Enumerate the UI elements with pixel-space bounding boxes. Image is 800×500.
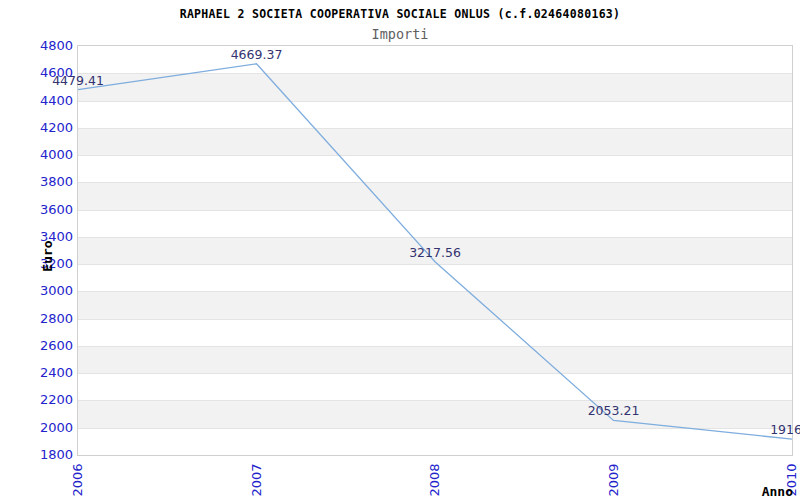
- x-tick-label: 2007: [250, 460, 264, 500]
- y-tick-label: 3000: [0, 283, 73, 298]
- x-tick-label: 2006: [71, 460, 85, 500]
- y-axis-title: Euro: [41, 236, 55, 276]
- y-tick-label: 4200: [0, 120, 73, 135]
- data-point-label: 4479.41: [33, 73, 123, 88]
- y-tick-label: 2200: [0, 392, 73, 407]
- y-tick-label: 2600: [0, 338, 73, 353]
- y-tick-label: 1800: [0, 447, 73, 462]
- x-tick-label: 2009: [607, 460, 621, 500]
- x-tick-label: 2008: [428, 460, 442, 500]
- data-point-label: 2053.21: [569, 403, 659, 418]
- data-point-label: 4669.37: [212, 47, 302, 62]
- y-tick-label: 2800: [0, 311, 73, 326]
- y-tick-label: 3200: [0, 256, 73, 271]
- data-point-label: 1916.5: [747, 422, 800, 437]
- x-axis-title: Anno: [753, 484, 793, 499]
- y-tick-label: 2000: [0, 420, 73, 435]
- y-tick-label: 3800: [0, 174, 73, 189]
- y-tick-label: 4800: [0, 38, 73, 53]
- y-tick-label: 3400: [0, 229, 73, 244]
- chart-title: RAPHAEL 2 SOCIETA COOPERATIVA SOCIALE ON…: [0, 7, 800, 21]
- y-tick-label: 4000: [0, 147, 73, 162]
- chart-subtitle: Importi: [0, 26, 800, 42]
- y-tick-label: 3600: [0, 202, 73, 217]
- data-point-label: 3217.56: [390, 245, 480, 260]
- y-tick-label: 4400: [0, 93, 73, 108]
- y-tick-label: 2400: [0, 365, 73, 380]
